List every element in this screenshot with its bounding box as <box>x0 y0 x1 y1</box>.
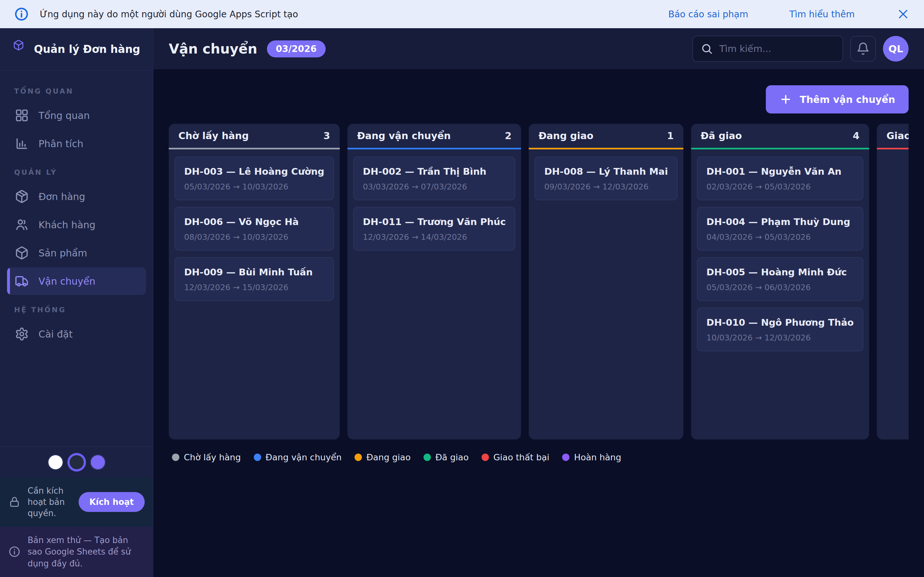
sidebar-item-label: Phân tích <box>39 138 83 149</box>
banner-text: Ứng dụng này do một người dùng Google Ap… <box>40 9 298 19</box>
legend-label: Đã giao <box>435 452 469 462</box>
kanban-column: Đang giao1DH-008 — Lý Thanh Mai09/03/202… <box>529 124 683 440</box>
shipment-card[interactable]: DH-003 — Lê Hoàng Cường05/03/2026 → 10/0… <box>174 156 334 200</box>
legend-item: Giao thất bại <box>481 452 549 462</box>
page-header: Vận chuyển 03/2026 QL <box>153 28 924 69</box>
legend-dot <box>172 454 179 461</box>
kanban-board: Chờ lấy hàng3DH-003 — Lê Hoàng Cường05/0… <box>169 124 909 440</box>
card-title: DH-006 — Võ Ngọc Hà <box>184 216 325 227</box>
theme-dots <box>0 446 153 478</box>
sidebar-item-khach-hang[interactable]: Khách hàng <box>7 211 146 239</box>
column-title: Giao thất bại <box>887 130 909 141</box>
card-dates: 10/03/2026 → 12/03/2026 <box>706 333 854 342</box>
card-title: DH-008 — Lý Thanh Mai <box>544 166 668 177</box>
sidebar-item-label: Cài đặt <box>39 329 73 340</box>
column-title: Đang vận chuyển <box>357 130 451 141</box>
column-cards: DH-002 — Trần Thị Bình03/03/2026 → 07/03… <box>347 149 521 264</box>
legend-dot <box>481 454 489 461</box>
box-icon <box>15 246 29 260</box>
theme-dot-3[interactable] <box>91 455 105 469</box>
card-dates: 02/03/2026 → 05/03/2026 <box>706 182 854 191</box>
theme-dot-1[interactable] <box>48 455 63 469</box>
sidebar-item-don-hang[interactable]: Đơn hàng <box>7 183 146 210</box>
shipment-card[interactable]: DH-008 — Lý Thanh Mai09/03/2026 → 12/03/… <box>535 156 677 200</box>
column-title: Đang giao <box>538 130 593 141</box>
column-header: Đã giao4 <box>691 124 869 149</box>
kanban-column: Đang vận chuyển2DH-002 — Trần Thị Bình03… <box>347 124 521 440</box>
kanban-column: Giao thất bạiTrống <box>877 124 909 440</box>
shipment-card[interactable]: DH-004 — Phạm Thuỳ Dung04/03/2026 → 05/0… <box>697 207 863 251</box>
legend-item: Đang vận chuyển <box>254 452 342 462</box>
sidebar-item-san-pham[interactable]: Sản phẩm <box>7 239 146 267</box>
legend-dot <box>355 454 362 461</box>
trial-note-text: Bản xem thử — Tạo bản sao Google Sheets … <box>27 534 145 569</box>
chart-icon <box>15 137 29 151</box>
legend-label: Đang giao <box>367 452 411 462</box>
nav-section-label: TỔNG QUAN <box>14 87 139 95</box>
info-icon <box>14 7 29 21</box>
main-content: Thêm vận chuyển Chờ lấy hàng3DH-003 — Lê… <box>153 69 924 577</box>
shipment-card[interactable]: DH-001 — Nguyễn Văn An02/03/2026 → 05/03… <box>697 156 863 200</box>
page-title: Vận chuyển <box>169 41 257 57</box>
kanban-column: Đã giao4DH-001 — Nguyễn Văn An02/03/2026… <box>691 124 869 440</box>
shipment-card[interactable]: DH-006 — Võ Ngọc Hà08/03/2026 → 10/03/20… <box>174 207 334 251</box>
theme-dot-2[interactable] <box>69 455 84 469</box>
column-count: 2 <box>505 130 512 141</box>
sidebar-item-van-chuyen[interactable]: Vận chuyển <box>7 268 146 295</box>
legend-item: Hoàn hàng <box>562 452 621 462</box>
activate-button[interactable]: Kích hoạt <box>79 492 145 512</box>
legend-label: Giao thất bại <box>493 452 549 462</box>
kanban-column: Chờ lấy hàng3DH-003 — Lê Hoàng Cường05/0… <box>169 124 340 440</box>
sidebar-item-label: Sản phẩm <box>39 247 87 259</box>
license-text: Cần kích hoạt bản quyền. <box>27 485 71 519</box>
shipment-card[interactable]: DH-010 — Ngô Phương Thảo10/03/2026 → 12/… <box>697 308 863 351</box>
empty-column-label: Trống <box>883 156 909 191</box>
lock-icon <box>8 496 21 508</box>
sidebar-item-phan-tich[interactable]: Phân tích <box>7 130 146 157</box>
nav-section-label: HỆ THỐNG <box>14 306 139 314</box>
nav-section-label: QUẢN LÝ <box>14 168 139 176</box>
legend-label: Đang vận chuyển <box>266 452 342 462</box>
search-box[interactable] <box>692 35 843 62</box>
close-banner-icon[interactable] <box>897 7 910 21</box>
users-icon <box>15 218 29 232</box>
column-cards: Trống <box>877 149 909 198</box>
add-shipment-button[interactable]: Thêm vận chuyển <box>766 85 909 113</box>
card-title: DH-009 — Bùi Minh Tuấn <box>184 267 325 277</box>
search-input[interactable] <box>719 43 835 54</box>
app-title: Quản lý Đơn hàng <box>34 43 140 55</box>
card-dates: 09/03/2026 → 12/03/2026 <box>544 182 668 191</box>
app-brand: Quản lý Đơn hàng <box>0 28 153 71</box>
bell-icon <box>856 42 870 55</box>
sidebar: Quản lý Đơn hàng TỔNG QUANTổng quanPhân … <box>0 28 153 577</box>
legend-label: Hoàn hàng <box>574 452 621 462</box>
month-badge: 03/2026 <box>267 40 326 57</box>
status-legend: Chờ lấy hàngĐang vận chuyểnĐang giaoĐã g… <box>172 452 909 462</box>
gear-icon <box>15 327 29 341</box>
legend-dot <box>562 454 569 461</box>
column-count: 1 <box>667 130 674 141</box>
sidebar-nav: TỔNG QUANTổng quanPhân tíchQUẢN LÝĐơn hà… <box>0 71 153 446</box>
sidebar-item-label: Vận chuyển <box>39 276 95 287</box>
notifications-button[interactable] <box>850 36 876 61</box>
column-cards: DH-003 — Lê Hoàng Cường05/03/2026 → 10/0… <box>169 149 340 314</box>
sidebar-item-label: Đơn hàng <box>39 191 86 202</box>
report-abuse-link[interactable]: Báo cáo sai phạm <box>668 9 748 19</box>
legend-dot <box>423 454 431 461</box>
card-dates: 04/03/2026 → 05/03/2026 <box>706 232 854 242</box>
column-count: 4 <box>853 130 859 141</box>
plus-icon <box>779 93 792 106</box>
column-title: Đã giao <box>701 130 742 141</box>
sidebar-item-cai-dat[interactable]: Cài đặt <box>7 320 146 348</box>
legend-item: Chờ lấy hàng <box>172 452 241 462</box>
shipment-card[interactable]: DH-011 — Trương Văn Phúc12/03/2026 → 14/… <box>353 207 515 251</box>
learn-more-link[interactable]: Tìm hiểu thêm <box>789 9 855 19</box>
column-header: Chờ lấy hàng3 <box>169 124 340 149</box>
avatar[interactable]: QL <box>883 36 909 61</box>
shipment-card[interactable]: DH-005 — Hoàng Minh Đức05/03/2026 → 06/0… <box>697 257 863 301</box>
shipment-card[interactable]: DH-009 — Bùi Minh Tuấn12/03/2026 → 15/03… <box>174 257 334 301</box>
info-circle-icon <box>8 546 21 558</box>
sidebar-item-tong-quan[interactable]: Tổng quan <box>7 102 146 129</box>
legend-item: Đang giao <box>355 452 411 462</box>
shipment-card[interactable]: DH-002 — Trần Thị Bình03/03/2026 → 07/03… <box>353 156 515 200</box>
